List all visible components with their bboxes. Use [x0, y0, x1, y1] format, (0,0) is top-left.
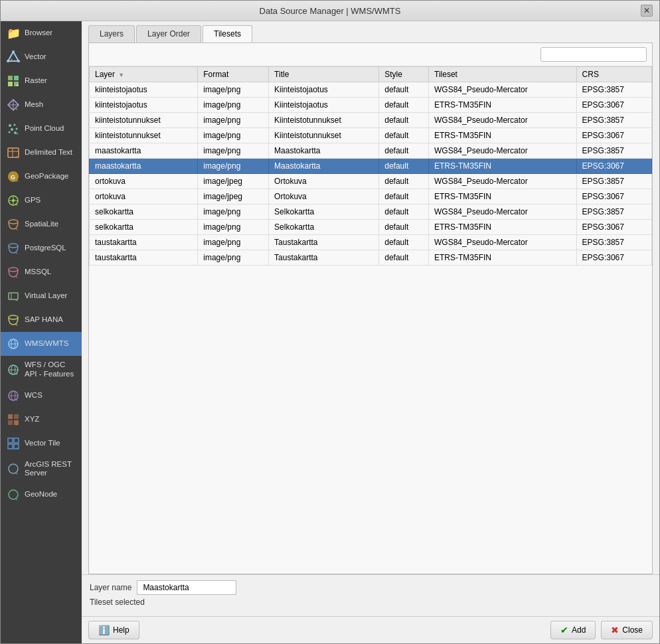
- table-cell-tileset: WGS84_Pseudo-Mercator: [429, 113, 577, 128]
- sidebar-item-geopackage[interactable]: G+ GeoPackage: [1, 165, 82, 189]
- postgresql-icon: +: [6, 241, 21, 256]
- tab-layers[interactable]: Layers: [88, 25, 135, 42]
- main-area: 📁 Browser + Vector + Raster: [1, 21, 659, 643]
- sidebar-label-delimited-text: Delimited Text: [25, 148, 72, 157]
- sidebar-item-wcs[interactable]: + WCS: [1, 384, 82, 408]
- table-cell-title: Kiinteistotunnukset: [269, 128, 379, 143]
- sidebar-label-browser: Browser: [25, 29, 52, 38]
- sidebar-item-postgresql[interactable]: + PostgreSQL: [1, 236, 82, 260]
- table-cell-layer: ortokuva: [90, 174, 198, 189]
- sidebar-item-wms-wmts[interactable]: WMS/WMTS: [1, 332, 82, 356]
- point-cloud-icon: +: [6, 121, 21, 136]
- svg-text:+: +: [15, 372, 18, 376]
- table-row[interactable]: kiinteistojaotusimage/pngKiinteistojaotu…: [90, 98, 652, 113]
- sidebar-item-virtual-layer[interactable]: + Virtual Layer: [1, 284, 82, 308]
- table-cell-style: default: [379, 174, 429, 189]
- table-cell-format: image/png: [198, 220, 269, 235]
- sidebar-item-raster[interactable]: + Raster: [1, 69, 82, 93]
- column-format[interactable]: Format: [198, 67, 269, 82]
- svg-point-15: [14, 124, 16, 126]
- table-cell-style: default: [379, 220, 429, 235]
- sidebar-item-vector-tile[interactable]: + Vector Tile: [1, 432, 82, 455]
- svg-text:+: +: [15, 446, 18, 450]
- wcs-icon: +: [6, 388, 21, 403]
- table-cell-crs: EPSG:3857: [576, 143, 651, 159]
- sidebar-item-mssql[interactable]: + MSSQL: [1, 260, 82, 284]
- tab-layer-order[interactable]: Layer Order: [136, 25, 201, 42]
- table-row[interactable]: selkokarttaimage/pngSelkokarttadefaultET…: [90, 220, 652, 235]
- table-cell-format: image/png: [198, 143, 269, 159]
- search-wrapper: 🔍: [540, 47, 647, 62]
- table-row[interactable]: maastokarttaimage/pngMaastokarttadefault…: [90, 159, 652, 174]
- vector-tile-icon: +: [6, 436, 21, 451]
- sidebar-item-vector[interactable]: + Vector: [1, 45, 82, 69]
- table-cell-title: Selkokartta: [269, 204, 379, 220]
- svg-rect-7: [8, 82, 13, 86]
- column-title[interactable]: Title: [269, 67, 379, 82]
- svg-point-17: [16, 128, 18, 130]
- table-row[interactable]: ortokuvaimage/jpegOrtokuvadefaultWGS84_P…: [90, 174, 652, 189]
- table-cell-layer: selkokartta: [90, 204, 198, 220]
- sort-arrow-layer: ▼: [118, 72, 124, 78]
- help-label: Help: [113, 625, 129, 635]
- table-row[interactable]: maastokarttaimage/pngMaastokarttadefault…: [90, 143, 652, 159]
- table-row[interactable]: ortokuvaimage/jpegOrtokuvadefaultETRS-TM…: [90, 189, 652, 204]
- sidebar-item-xyz[interactable]: + XYZ: [1, 408, 82, 432]
- tab-tilesets[interactable]: Tilesets: [203, 25, 252, 42]
- table-cell-title: Ortokuva: [269, 174, 379, 189]
- table-cell-tileset: WGS84_Pseudo-Mercator: [429, 235, 577, 250]
- sidebar-item-gps[interactable]: + GPS: [1, 189, 82, 212]
- sidebar-item-delimited-text[interactable]: + Delimited Text: [1, 141, 82, 165]
- table-cell-style: default: [379, 204, 429, 220]
- table-cell-crs: EPSG:3067: [576, 98, 651, 113]
- add-icon: ✔: [560, 625, 568, 635]
- table-row[interactable]: taustakarttaimage/pngTaustakarttadefault…: [90, 250, 652, 266]
- sidebar-label-xyz: XYZ: [25, 415, 39, 424]
- wfs-ogc-icon: +: [6, 362, 21, 377]
- sidebar-item-geonode[interactable]: + GeoNode: [1, 483, 82, 507]
- table-cell-style: default: [379, 159, 429, 174]
- sidebar-item-mesh[interactable]: + Mesh: [1, 93, 82, 117]
- search-input[interactable]: [540, 47, 647, 62]
- table-cell-format: image/png: [198, 204, 269, 220]
- tab-bar: Layers Layer Order Tilesets: [82, 21, 659, 42]
- close-button[interactable]: ✖ Close: [601, 621, 653, 639]
- table-cell-crs: EPSG:3857: [576, 82, 651, 98]
- table-cell-style: default: [379, 128, 429, 143]
- sidebar-label-virtual-layer: Virtual Layer: [25, 291, 67, 301]
- help-button[interactable]: ℹ️ Help: [88, 621, 139, 639]
- table-cell-title: Maastokartta: [269, 143, 379, 159]
- column-style[interactable]: Style: [379, 67, 429, 82]
- column-crs[interactable]: CRS: [576, 67, 651, 82]
- sidebar-item-point-cloud[interactable]: + Point Cloud: [1, 117, 82, 141]
- svg-point-16: [11, 128, 13, 131]
- table-cell-layer: taustakartta: [90, 250, 198, 266]
- sidebar-item-sap-hana[interactable]: + SAP HANA: [1, 308, 82, 332]
- table-row[interactable]: kiinteistojaotusimage/pngKiinteistojaotu…: [90, 82, 652, 98]
- spatialite-icon: +: [6, 217, 21, 232]
- sidebar-item-arcgis-rest[interactable]: + ArcGIS REST Server: [1, 455, 82, 483]
- sidebar-item-browser[interactable]: 📁 Browser: [1, 21, 82, 45]
- sidebar-label-gps: GPS: [25, 196, 41, 205]
- table-row[interactable]: taustakarttaimage/pngTaustakarttadefault…: [90, 235, 652, 250]
- add-label: Add: [572, 625, 586, 635]
- column-tileset[interactable]: Tileset: [429, 67, 577, 82]
- table-cell-tileset: ETRS-TM35FIN: [429, 250, 577, 266]
- close-window-button[interactable]: ✕: [641, 5, 653, 17]
- geopackage-icon: G+: [6, 169, 21, 184]
- gps-icon: +: [6, 193, 21, 208]
- table-row[interactable]: kiinteistotunnuksetimage/pngKiinteistotu…: [90, 113, 652, 128]
- sidebar-label-wms-wmts: WMS/WMTS: [25, 339, 68, 349]
- table-row[interactable]: selkokarttaimage/pngSelkokarttadefaultWG…: [90, 204, 652, 220]
- sidebar: 📁 Browser + Vector + Raster: [1, 21, 82, 643]
- table-row[interactable]: kiinteistotunnuksetimage/pngKiinteistotu…: [90, 128, 652, 143]
- column-layer[interactable]: Layer ▼: [90, 67, 198, 82]
- sap-hana-icon: +: [6, 313, 21, 327]
- table-cell-tileset: ETRS-TM35FIN: [429, 189, 577, 204]
- wms-wmts-icon: [6, 337, 21, 351]
- table-cell-format: image/png: [198, 128, 269, 143]
- svg-point-1: [12, 50, 15, 53]
- sidebar-item-wfs-ogc[interactable]: + WFS / OGC API - Features: [1, 356, 82, 384]
- sidebar-item-spatialite[interactable]: + SpatiaLite: [1, 212, 82, 236]
- add-button[interactable]: ✔ Add: [550, 621, 596, 639]
